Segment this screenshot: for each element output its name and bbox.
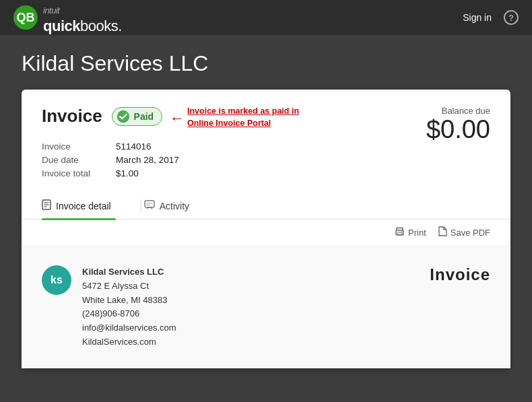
company-phone: (248)906-8706 (82, 307, 176, 321)
nav-right: Sign in ? (463, 10, 519, 25)
save-pdf-label: Save PDF (451, 228, 490, 238)
company-website: KildalServices.com (82, 335, 176, 349)
activity-tab-icon (144, 200, 155, 211)
company-avatar: ks (42, 265, 71, 295)
tab-activity[interactable]: Activity (144, 193, 203, 218)
help-button[interactable]: ? (504, 10, 519, 25)
company-address1: 5472 E Alyssa Ct (82, 279, 176, 294)
svg-point-2 (117, 110, 129, 122)
company-details: Kildal Services LLC 5472 E Alyssa Ct Whi… (82, 265, 176, 349)
print-icon (395, 227, 405, 238)
invoice-detail-tab-icon (42, 199, 51, 212)
top-navigation: QB intuit quickbooks. Sign in ? (0, 0, 532, 35)
tab-activity-label: Activity (160, 201, 189, 211)
invoice-card: Invoice Paid ← Invoice is marked as paid… (22, 90, 510, 368)
svg-rect-11 (397, 232, 402, 235)
tab-divider (141, 199, 141, 213)
quickbooks-logo-icon: QB (13, 5, 38, 30)
invoice-total-row: Invoice total $1.00 (42, 168, 490, 178)
svg-rect-7 (145, 201, 154, 207)
paid-check-icon (117, 110, 130, 123)
company-email: info@kildalservices.com (82, 321, 176, 335)
page-title: Kildal Services LLC (22, 51, 510, 76)
invoice-number-label: Invoice (42, 141, 116, 152)
invoice-body-header: ks Kildal Services LLC 5472 E Alyssa Ct … (42, 265, 490, 349)
paid-status-text: Paid (134, 111, 154, 122)
svg-point-12 (401, 231, 403, 232)
balance-due-label: Balance due (426, 106, 490, 116)
paid-badge: Paid (112, 107, 163, 126)
page-title-area: Kildal Services LLC (0, 35, 532, 90)
balance-due-area: Balance due $0.00 (426, 106, 490, 144)
invoice-header: Invoice Paid ← Invoice is marked as paid… (22, 90, 510, 141)
due-date-label: Due date (42, 155, 116, 165)
invoice-number-value: 5114016 (116, 141, 152, 152)
company-address2: White Lake, MI 48383 (82, 294, 176, 308)
tab-invoice-detail-label: Invoice detail (56, 201, 111, 211)
tabs-area: Invoice detail Activity (22, 193, 510, 220)
sign-in-link[interactable]: Sign in (463, 12, 492, 23)
balance-due-amount: $0.00 (426, 116, 490, 144)
red-arrow-icon: ← (170, 111, 185, 126)
print-label: Print (408, 228, 426, 238)
save-pdf-icon (438, 226, 447, 239)
company-info-row: ks Kildal Services LLC 5472 E Alyssa Ct … (42, 265, 176, 349)
svg-text:QB: QB (17, 11, 35, 24)
invoice-meta: Invoice 5114016 Due date March 28, 2017 … (22, 141, 510, 193)
annotation-area: ← Invoice is marked as paid in Online In… (170, 106, 302, 129)
logo-area: QB intuit quickbooks. (13, 0, 122, 35)
print-button[interactable]: Print (395, 227, 426, 238)
invoice-label: Invoice (42, 106, 102, 127)
annotation-text: Invoice is marked as paid in Online Invo… (187, 106, 302, 129)
tab-invoice-detail[interactable]: Invoice detail (42, 193, 125, 219)
invoice-body: ks Kildal Services LLC 5472 E Alyssa Ct … (22, 246, 510, 368)
save-pdf-button[interactable]: Save PDF (438, 226, 490, 239)
due-date-value: March 28, 2017 (116, 155, 179, 165)
toolbar-row: Print Save PDF (22, 220, 510, 246)
invoice-total-value: $1.00 (116, 168, 139, 178)
company-name: Kildal Services LLC (82, 265, 176, 279)
invoice-word: Invoice (430, 265, 490, 284)
invoice-total-label: Invoice total (42, 168, 116, 178)
invoice-number-row: Invoice 5114016 (42, 141, 490, 152)
logo-text: intuit quickbooks. (43, 0, 122, 35)
due-date-row: Due date March 28, 2017 (42, 155, 490, 165)
